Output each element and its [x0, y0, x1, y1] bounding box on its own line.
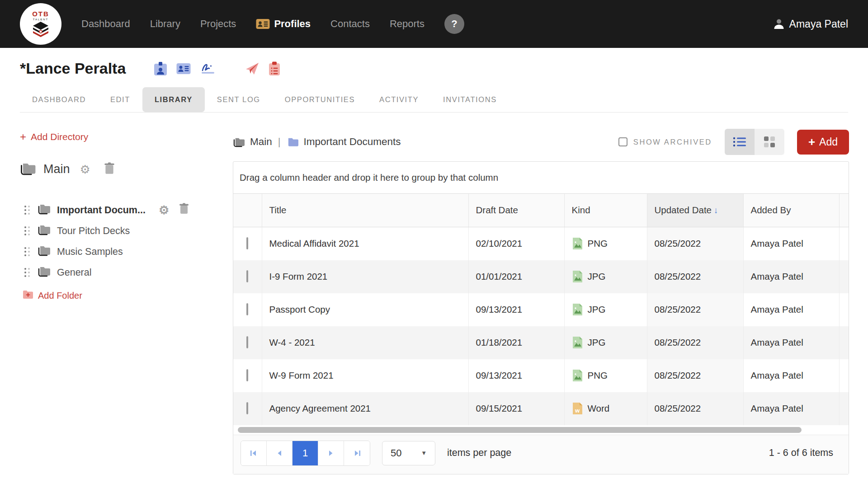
page-number-button[interactable]: 1 — [292, 441, 318, 465]
show-archived-label: SHOW ARCHIVED — [633, 138, 712, 146]
row-checkbox[interactable] — [246, 369, 248, 381]
show-archived-checkbox[interactable] — [618, 137, 627, 146]
column-header-title[interactable]: Title — [262, 194, 468, 227]
add-folder-button[interactable]: Add Folder — [23, 290, 224, 301]
nav-item-projects[interactable]: Projects — [200, 18, 236, 30]
profile-badge-icon[interactable] — [154, 61, 167, 76]
drag-handle-icon[interactable] — [24, 206, 30, 215]
folder-item-important-docum[interactable]: Important Docum... ⚙ — [24, 200, 224, 221]
row-checkbox[interactable] — [246, 402, 248, 414]
drag-handle-icon[interactable] — [24, 226, 30, 236]
column-header-filler — [839, 194, 849, 227]
cell-filler — [839, 392, 849, 425]
tab-dashboard[interactable]: DASHBOARD — [20, 87, 98, 112]
folder-delete-trash-icon[interactable] — [179, 203, 189, 217]
grid-view-button[interactable] — [755, 129, 784, 155]
column-header-updated-date[interactable]: Updated Date↓ — [647, 194, 743, 227]
nav-item-contacts[interactable]: Contacts — [330, 18, 370, 30]
tab-activity[interactable]: ACTIVITY — [367, 87, 431, 112]
tab-edit[interactable]: EDIT — [98, 87, 142, 112]
directory-settings-gear-icon[interactable]: ⚙ — [80, 164, 90, 175]
cell-kind: w JPG — [564, 293, 647, 326]
image-file-icon: w — [572, 336, 583, 349]
row-checkbox[interactable] — [246, 270, 248, 282]
tab-label: LIBRARY — [155, 95, 193, 103]
add-document-button[interactable]: + Add — [797, 130, 849, 155]
id-card-icon[interactable] — [176, 63, 191, 75]
plus-icon: + — [808, 136, 815, 148]
table-row[interactable]: I-9 Form 2021 01/01/2021 w JPG 08/25/202… — [233, 260, 849, 293]
page-size-value: 50 — [391, 447, 401, 459]
table-row[interactable]: Medical Affidavit 2021 02/10/2021 w PNG … — [233, 227, 849, 260]
breadcrumb-item-important-documents[interactable]: Important Documents — [287, 136, 401, 148]
user-menu[interactable]: Amaya Patel — [773, 18, 848, 30]
profiles-card-icon — [256, 19, 270, 29]
tab-library[interactable]: LIBRARY — [142, 87, 205, 112]
column-header-draft-date[interactable]: Draft Date — [468, 194, 564, 227]
show-archived-toggle[interactable]: SHOW ARCHIVED — [618, 137, 712, 146]
cell-updated-date: 08/25/2022 — [647, 326, 743, 359]
table-row[interactable]: Passport Copy 09/13/2021 w JPG 08/25/202… — [233, 293, 849, 326]
folder-settings-gear-icon[interactable]: ⚙ — [159, 204, 169, 216]
last-page-button[interactable] — [344, 441, 370, 465]
page-title: *Lance Peralta — [20, 60, 126, 77]
row-checkbox[interactable] — [246, 237, 248, 249]
kind-label: Word — [588, 403, 610, 414]
cell-kind: w PNG — [564, 227, 647, 260]
help-button[interactable]: ? — [444, 14, 464, 34]
folder-icon — [38, 244, 51, 259]
cell-updated-date: 08/25/2022 — [647, 227, 743, 260]
kind-label: PNG — [588, 238, 608, 249]
root-directory-main[interactable]: Main ⚙ — [20, 161, 224, 177]
nav-item-profiles[interactable]: Profiles — [256, 18, 311, 30]
nav-item-reports[interactable]: Reports — [390, 18, 425, 30]
cell-title: W-4 - 2021 — [262, 326, 468, 359]
drag-handle-icon[interactable] — [24, 247, 30, 257]
items-range-label: 1 - 6 of 6 items — [769, 447, 841, 459]
breadcrumb-item-main[interactable]: Main — [233, 136, 272, 148]
next-page-button[interactable] — [318, 441, 344, 465]
row-checkbox[interactable] — [246, 303, 248, 315]
nav-item-library[interactable]: Library — [150, 18, 180, 30]
tab-sent-log[interactable]: SENT LOG — [205, 87, 273, 112]
add-directory-button[interactable]: + Add Directory — [20, 131, 224, 142]
table-row[interactable]: W-4 - 2021 01/18/2021 w JPG 08/25/2022 A… — [233, 326, 849, 359]
folder-item-tour-pitch-decks[interactable]: Tour Pitch Decks ⚙ — [24, 221, 224, 241]
folder-icon — [20, 161, 36, 177]
nav-item-dashboard[interactable]: Dashboard — [81, 18, 130, 30]
table-row[interactable]: W-9 Form 2021 09/13/2021 w PNG 08/25/202… — [233, 359, 849, 392]
cell-added-by: Amaya Patel — [743, 359, 839, 392]
first-page-button[interactable] — [241, 441, 267, 465]
horizontal-scrollbar-thumb[interactable] — [238, 427, 802, 433]
dropdown-caret-icon: ▼ — [421, 450, 427, 456]
row-select-cell — [233, 260, 262, 293]
view-toggle — [725, 129, 784, 155]
tab-opportunities[interactable]: OPPORTUNITIES — [273, 87, 367, 112]
column-header-added-by[interactable]: Added By — [743, 194, 839, 227]
kind-label: PNG — [588, 370, 608, 381]
row-select-cell — [233, 359, 262, 392]
folder-item-general[interactable]: General ⚙ — [24, 262, 224, 283]
folder-item-music-samples[interactable]: Music Samples ⚙ — [24, 241, 224, 262]
cell-draft-date: 09/15/2021 — [468, 392, 564, 425]
signature-icon[interactable] — [200, 62, 216, 75]
cell-draft-date: 09/13/2021 — [468, 293, 564, 326]
page-size-select[interactable]: 50 ▼ — [382, 441, 435, 465]
clipboard-icon[interactable] — [269, 61, 280, 76]
cell-title: Passport Copy — [262, 293, 468, 326]
breadcrumb-label: Main — [250, 136, 272, 148]
tab-label: OPPORTUNITIES — [285, 95, 355, 103]
table-row[interactable]: Agency Agreement 2021 09/15/2021 w Word … — [233, 392, 849, 425]
nav-item-label: Dashboard — [81, 18, 130, 30]
horizontal-scrollbar — [233, 425, 849, 435]
send-paper-plane-icon[interactable] — [245, 61, 259, 76]
list-view-button[interactable] — [725, 129, 755, 155]
group-by-drop-zone[interactable]: Drag a column header and drop it here to… — [233, 162, 849, 194]
directory-delete-trash-icon[interactable] — [104, 162, 115, 177]
tab-invitations[interactable]: INVITATIONS — [431, 87, 509, 112]
drag-handle-icon[interactable] — [24, 268, 30, 277]
previous-page-button[interactable] — [267, 441, 292, 465]
row-checkbox[interactable] — [246, 336, 248, 348]
column-header-kind[interactable]: Kind — [564, 194, 647, 227]
otb-talent-logo[interactable]: OTB TALENT — [20, 3, 61, 45]
